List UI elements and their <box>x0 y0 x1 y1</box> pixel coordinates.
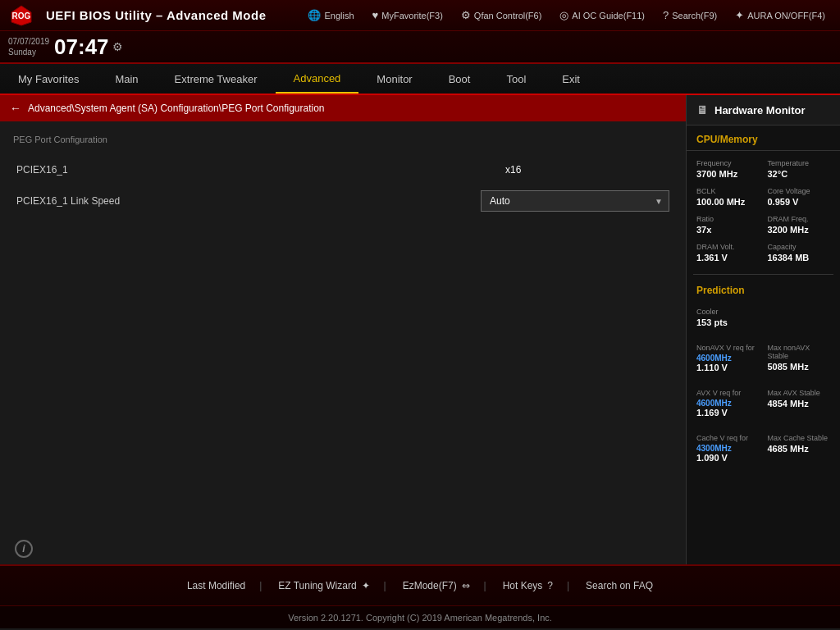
nav-boot[interactable]: Boot <box>431 64 489 94</box>
empty-cell <box>765 304 834 331</box>
hotkeys-label: Hot Keys <box>503 580 543 591</box>
heart-icon: ♥ <box>372 9 379 21</box>
left-content: ← Advanced\System Agent (SA) Configurati… <box>0 95 686 564</box>
prediction-title: Prediction <box>687 278 840 299</box>
date-display: 07/07/2019 Sunday <box>8 36 49 57</box>
wand-icon: ✦ <box>362 580 370 591</box>
core-voltage-cell: Core Voltage 0.959 V <box>765 184 834 210</box>
qfan-button[interactable]: ⚙ Qfan Control(F6) <box>454 7 549 23</box>
nav-extreme-tweaker[interactable]: Extreme Tweaker <box>157 64 276 94</box>
fan-icon: ⚙ <box>461 9 471 21</box>
aura-icon: ✦ <box>735 9 744 21</box>
nav-bar: My Favorites Main Extreme Tweaker Advanc… <box>0 64 840 95</box>
cpu-icon: ◎ <box>559 9 568 21</box>
pciex16-label: PCIEX16_1 <box>16 164 505 176</box>
ez-tuning-label: EZ Tuning Wizard <box>278 580 356 591</box>
rog-logo-icon: ROG <box>8 4 34 27</box>
hw-monitor-header: 🖥 Hardware Monitor <box>687 95 840 126</box>
app-title: UEFI BIOS Utility – Advanced Mode <box>46 8 296 22</box>
link-speed-select[interactable]: Auto Gen1 Gen2 Gen3 <box>481 190 669 212</box>
breadcrumb: ← Advanced\System Agent (SA) Configurati… <box>0 95 686 121</box>
bclk-cell: BCLK 100.00 MHz <box>693 184 763 210</box>
back-button[interactable]: ← <box>10 102 21 115</box>
prediction-nonavx-grid: NonAVX V req for 4600MHz 1.110 V Max non… <box>687 336 840 381</box>
ezmode-button[interactable]: EzMode(F7) ⇔ <box>386 580 486 591</box>
last-modified-button[interactable]: Last Modified <box>171 580 262 591</box>
monitor-icon: 🖥 <box>696 103 708 116</box>
globe-icon: 🌐 <box>308 9 321 21</box>
clock-display: 07:47 <box>54 34 109 60</box>
search-icon: ? <box>663 9 669 21</box>
search-faq-label: Search on FAQ <box>586 580 653 591</box>
link-speed-label: PCIEX16_1 Link Speed <box>16 195 481 207</box>
config-row-link-speed: PCIEX16_1 Link Speed Auto Gen1 Gen2 Gen3 <box>13 184 673 218</box>
hw-divider <box>693 274 833 275</box>
config-row-pciex16: PCIEX16_1 x16 <box>13 158 673 182</box>
cooler-cell: Cooler 153 pts <box>693 304 763 331</box>
prediction-cache-grid: Cache V req for 4300MHz 1.090 V Max Cach… <box>687 426 840 471</box>
search-button[interactable]: ? Search(F9) <box>656 7 724 23</box>
nav-main[interactable]: Main <box>97 64 156 94</box>
ezmode-icon: ⇔ <box>462 580 470 591</box>
frequency-cell: Frequency 3700 MHz <box>693 156 763 182</box>
config-area: PEG Port Configuration PCIEX16_1 x16 PCI… <box>0 121 686 564</box>
nav-my-favorites[interactable]: My Favorites <box>0 64 97 94</box>
cpu-stats-grid: Frequency 3700 MHz Temperature 32°C BCLK… <box>687 151 840 271</box>
nav-exit[interactable]: Exit <box>544 64 598 94</box>
max-nonavx-cell: Max nonAVX Stable 5085 MHz <box>765 340 834 376</box>
ratio-cell: Ratio 37x <box>693 212 763 238</box>
top-bar: ROG UEFI BIOS Utility – Advanced Mode 🌐 … <box>0 0 840 31</box>
max-avx-cell: Max AVX Stable 4854 MHz <box>765 386 834 421</box>
logo-area: ROG <box>8 4 34 27</box>
keyboard-icon: ? <box>547 580 553 591</box>
cpu-memory-title: CPU/Memory <box>687 126 840 151</box>
cache-req-cell: Cache V req for 4300MHz 1.090 V <box>693 431 763 466</box>
ezmode-label: EzMode(F7) <box>403 580 457 591</box>
prediction-grid: Cooler 153 pts <box>687 299 840 336</box>
svg-text:ROG: ROG <box>12 11 31 21</box>
search-faq-button[interactable]: Search on FAQ <box>569 580 669 591</box>
clock-bar: 07/07/2019 Sunday 07:47 ⚙ <box>0 31 840 64</box>
nav-tool[interactable]: Tool <box>488 64 544 94</box>
hotkeys-button[interactable]: Hot Keys ? <box>486 580 569 591</box>
right-sidebar: 🖥 Hardware Monitor CPU/Memory Frequency … <box>686 95 840 564</box>
nav-monitor[interactable]: Monitor <box>358 64 430 94</box>
last-modified-label: Last Modified <box>187 580 245 591</box>
capacity-cell: Capacity 16384 MB <box>765 240 834 266</box>
breadcrumb-text: Advanced\System Agent (SA) Configuration… <box>28 103 325 114</box>
dram-volt-cell: DRAM Volt. 1.361 V <box>693 240 763 266</box>
nonavx-req-cell: NonAVX V req for 4600MHz 1.110 V <box>693 340 763 376</box>
myfavorite-button[interactable]: ♥ MyFavorite(F3) <box>366 7 450 23</box>
dram-freq-cell: DRAM Freq. 3200 MHz <box>765 212 834 238</box>
bottom-bar: Last Modified EZ Tuning Wizard ✦ EzMode(… <box>0 564 840 605</box>
max-cache-cell: Max Cache Stable 4685 MHz <box>765 431 834 466</box>
prediction-avx-grid: AVX V req for 4600MHz 1.169 V Max AVX St… <box>687 381 840 426</box>
link-speed-select-wrapper: Auto Gen1 Gen2 Gen3 <box>481 190 669 212</box>
temperature-cell: Temperature 32°C <box>765 156 834 182</box>
pciex16-value: x16 <box>505 164 669 176</box>
language-selector[interactable]: 🌐 English <box>301 7 360 23</box>
avx-req-cell: AVX V req for 4600MHz 1.169 V <box>693 386 763 421</box>
aura-button[interactable]: ✦ AURA ON/OFF(F4) <box>728 7 832 23</box>
hw-monitor-title: Hardware Monitor <box>714 104 806 116</box>
ez-tuning-button[interactable]: EZ Tuning Wizard ✦ <box>262 580 386 591</box>
section-title: PEG Port Configuration <box>13 135 673 148</box>
info-button[interactable]: i <box>15 540 33 558</box>
version-bar: Version 2.20.1271. Copyright (C) 2019 Am… <box>0 605 840 628</box>
ai-oc-button[interactable]: ◎ AI OC Guide(F11) <box>553 7 651 23</box>
version-text: Version 2.20.1271. Copyright (C) 2019 Am… <box>288 613 552 623</box>
main-area: ← Advanced\System Agent (SA) Configurati… <box>0 95 840 564</box>
nav-advanced[interactable]: Advanced <box>276 64 359 94</box>
settings-icon[interactable]: ⚙ <box>112 40 123 53</box>
